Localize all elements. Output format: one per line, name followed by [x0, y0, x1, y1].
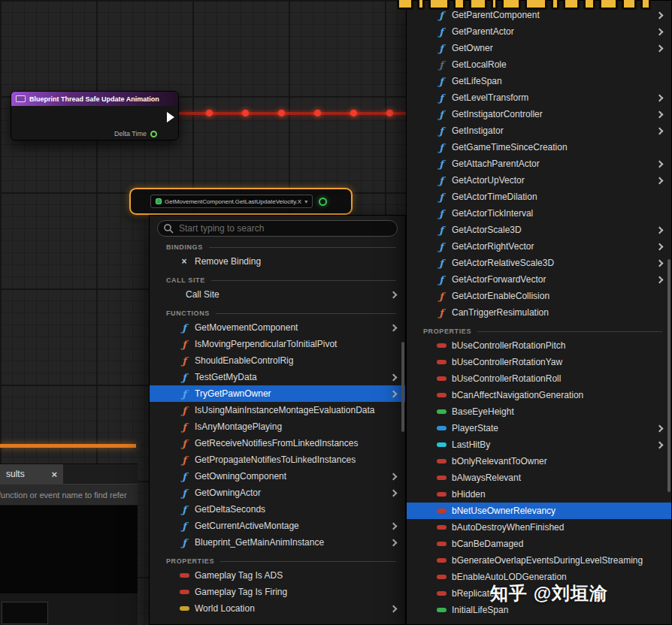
menu-item-getgametimesincecreation[interactable]: ƒGetGameTimeSinceCreation	[407, 139, 671, 155]
menu-item-bgenerateoverlapeventsduringlevelstreaming[interactable]: bGenerateOverlapEventsDuringLevelStreami…	[407, 552, 671, 569]
function-icon: ƒ	[434, 291, 449, 301]
menu-scrollbar[interactable]	[401, 342, 404, 432]
menu-item-bonlyrelevanttoowner[interactable]: bOnlyRelevantToOwner	[407, 453, 671, 470]
menu-item-getactorrightvector[interactable]: ƒGetActorRightVector	[407, 238, 671, 255]
menu-item-bnetuseownerrelevancy[interactable]: bNetUseOwnerRelevancy	[407, 503, 671, 519]
top-cropped-title-decoration	[397, 0, 672, 10]
property-access-path-dropdown[interactable]: GetMovementComponent.GetLastUpdateVeloci…	[150, 195, 313, 208]
float-output-pin[interactable]	[319, 198, 327, 206]
property-pin-icon	[434, 376, 449, 381]
submenu-chevron-icon	[390, 489, 398, 497]
function-icon: ƒ	[177, 422, 192, 432]
menu-item-bhidden[interactable]: bHidden	[407, 486, 671, 503]
menu-item-getactorenablecollision[interactable]: ƒGetActorEnableCollision	[407, 288, 671, 304]
menu-item-getactorupvector[interactable]: ƒGetActorUpVector	[407, 172, 671, 189]
menu-item-label: GetReceiveNotifiesFromLinkedInstances	[195, 438, 396, 448]
close-icon[interactable]: ×	[51, 470, 57, 479]
menu-item-getlifespan[interactable]: ƒGetLifeSpan	[407, 73, 671, 89]
find-results-search-field[interactable]: function or event name to find refer	[0, 484, 138, 506]
menu-item-balwaysrelevant[interactable]: bAlwaysRelevant	[407, 470, 671, 486]
submenu-scrollbar[interactable]	[667, 259, 670, 492]
menu-item-getleveltransform[interactable]: ƒGetLevelTransform	[407, 89, 671, 106]
tab-find-results[interactable]: sults ×	[0, 464, 63, 484]
menu-item-ismovingperpendiculartoinitialpivot[interactable]: ƒIsMovingPerpendicularToInitialPivot	[150, 336, 405, 352]
menu-item-isanymontageplaying[interactable]: ƒIsAnyMontagePlaying	[150, 418, 405, 435]
node-body: Delta Time	[11, 106, 178, 140]
menu-item-gameplay-tag-is-firing[interactable]: Gameplay Tag Is Firing	[150, 584, 405, 600]
menu-item-label: Gameplay Tag Is Firing	[195, 587, 396, 597]
title-letter-fragment	[640, 0, 651, 10]
menu-item-label: bCanBeDamaged	[452, 539, 662, 549]
menu-item-playerstate[interactable]: PlayerState	[407, 420, 671, 436]
menu-item-cantriggerresimulation[interactable]: ƒCanTriggerResimulation	[407, 304, 671, 321]
menu-item-blueprint-getmainaniminstance[interactable]: ƒBlueprint_GetMainAnimInstance	[150, 534, 405, 551]
menu-item-shouldenablecontrolrig[interactable]: ƒShouldEnableControlRig	[150, 352, 405, 369]
event-node-icon	[16, 95, 26, 102]
menu-item-label: bUseControllerRotationRoll	[452, 373, 662, 384]
menu-item-getowningcomponent[interactable]: ƒGetOwningComponent	[150, 468, 405, 485]
menu-item-testgetmydata[interactable]: ƒTestGetMyData	[150, 369, 405, 385]
menu-item-bautodestroywhenfinished[interactable]: bAutoDestroyWhenFinished	[407, 519, 671, 536]
menu-item-getdeltaseconds[interactable]: ƒGetDeltaSeconds	[150, 501, 405, 518]
menu-section-title: PROPERTIES	[166, 557, 214, 565]
menu-item-getlocalrole[interactable]: ƒGetLocalRole	[407, 56, 671, 73]
menu-item-label: GetActorEnableCollision	[452, 291, 662, 301]
menu-item-label: GetMovementComponent	[195, 322, 386, 333]
menu-item-bcanbedamaged[interactable]: bCanBeDamaged	[407, 536, 671, 552]
menu-item-label: BaseEyeHeight	[452, 406, 662, 417]
property-pin-icon	[434, 542, 449, 546]
exec-output-pin[interactable]	[167, 112, 174, 122]
property-pin-icon	[177, 573, 192, 578]
submenu-chevron-icon	[656, 28, 664, 35]
title-letter-fragment	[428, 0, 450, 10]
menu-item-busecontrollerrotationroll[interactable]: bUseControllerRotationRoll	[407, 370, 671, 387]
menu-item-lasthitby[interactable]: LastHitBy	[407, 436, 671, 453]
function-icon: ƒ	[434, 110, 449, 119]
exec-wire-orange[interactable]	[0, 444, 136, 448]
menu-item-label: GetOwningActor	[195, 488, 386, 498]
menu-item-getactortickinterval[interactable]: ƒGetActorTickInterval	[407, 205, 671, 222]
menu-item-getpropagatenotifiestolinkedinstances[interactable]: ƒGetPropagateNotifiesToLinkedInstances	[150, 451, 405, 468]
find-results-list[interactable]	[0, 506, 138, 594]
menu-item-getinstigatorcontroller[interactable]: ƒGetInstigatorController	[407, 106, 671, 122]
menu-item-label: IsMovingPerpendicularToInitialPivot	[195, 339, 396, 349]
menu-item-gameplay-tag-is-ads[interactable]: Gameplay Tag Is ADS	[150, 567, 405, 584]
menu-item-getcurrentactivemontage[interactable]: ƒGetCurrentActiveMontage	[150, 518, 405, 534]
menu-item-label: IsUsingMainInstanceMontageEvaluationData	[195, 405, 396, 415]
menu-item-getinstigator[interactable]: ƒGetInstigator	[407, 122, 671, 139]
menu-sections: BINDINGS×Remove BindingCALL SITECall Sit…	[150, 237, 405, 617]
menu-item-getowningactor[interactable]: ƒGetOwningActor	[150, 485, 405, 501]
node-thread-safe-update-animation[interactable]: Blueprint Thread Safe Update Animation D…	[11, 91, 179, 140]
float-output-pin[interactable]	[150, 131, 157, 137]
menu-item-getattachparentactor[interactable]: ƒGetAttachParentActor	[407, 155, 671, 172]
caret-down-icon: ▾	[304, 198, 307, 205]
menu-item-remove-binding[interactable]: ×Remove Binding	[150, 253, 405, 270]
node-header[interactable]: Blueprint Thread Safe Update Animation	[11, 92, 178, 106]
title-letter-fragment	[501, 0, 521, 10]
menu-item-world-location[interactable]: World Location	[150, 600, 405, 617]
menu-item-getactorscale3d[interactable]: ƒGetActorScale3D	[407, 222, 671, 238]
menu-item-label: bOnlyRelevantToOwner	[452, 456, 662, 466]
node-property-access-selected[interactable]: GetMovementComponent.GetLastUpdateVeloci…	[129, 188, 353, 215]
menu-search-input[interactable]	[157, 220, 398, 237]
menu-item-bcanaffectnavigationgeneration[interactable]: bCanAffectNavigationGeneration	[407, 387, 671, 403]
menu-item-trygetpawnowner[interactable]: ƒTryGetPawnOwner	[150, 385, 405, 402]
menu-item-getactorforwardvector[interactable]: ƒGetActorForwardVector	[407, 271, 671, 288]
menu-item-getmovementcomponent[interactable]: ƒGetMovementComponent	[150, 319, 405, 336]
menu-item-getactorrelativescale3d[interactable]: ƒGetActorRelativeScale3D	[407, 255, 671, 271]
menu-item-getactortimedilation[interactable]: ƒGetActorTimeDilation	[407, 189, 671, 205]
menu-item-baseeyeheight[interactable]: BaseEyeHeight	[407, 403, 671, 420]
menu-item-call-site[interactable]: Call Site	[150, 286, 405, 303]
menu-item-isusingmaininstancemontageevaluationdata[interactable]: ƒIsUsingMainInstanceMontageEvaluationDat…	[150, 402, 405, 418]
footer-widget[interactable]	[2, 602, 48, 624]
menu-item-busecontrollerrotationpitch[interactable]: bUseControllerRotationPitch	[407, 337, 671, 354]
title-letter-fragment	[622, 0, 637, 10]
menu-item-busecontrollerrotationyaw[interactable]: bUseControllerRotationYaw	[407, 354, 671, 370]
blueprint-graph-canvas[interactable]: Blueprint Thread Safe Update Animation D…	[0, 0, 672, 625]
menu-item-getowner[interactable]: ƒGetOwner	[407, 40, 671, 56]
function-icon: ƒ	[434, 308, 449, 318]
menu-section-header: PROPERTIES	[407, 321, 671, 337]
menu-item-label: GetActorTickInterval	[452, 208, 662, 219]
menu-item-getparentactor[interactable]: ƒGetParentActor	[407, 23, 671, 40]
menu-item-getreceivenotifiesfromlinkedinstances[interactable]: ƒGetReceiveNotifiesFromLinkedInstances	[150, 435, 405, 451]
